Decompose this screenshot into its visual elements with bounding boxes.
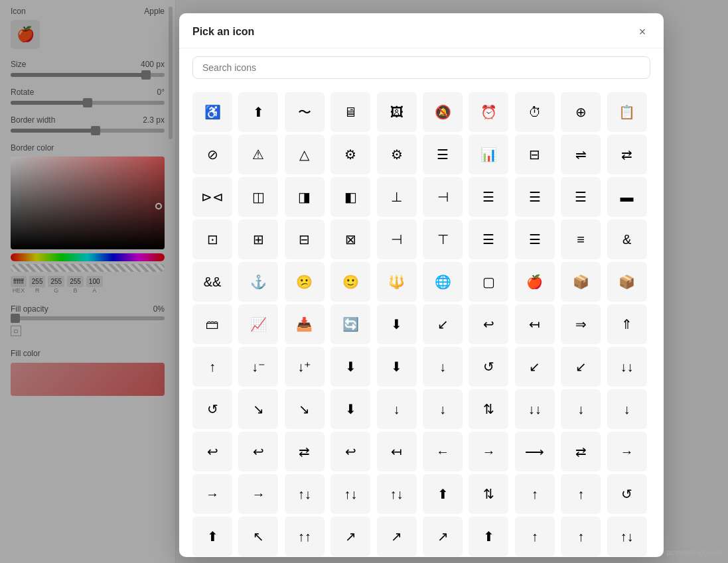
icon-cell[interactable]: 😕 bbox=[285, 262, 325, 302]
icon-cell[interactable]: 〜 bbox=[285, 92, 325, 132]
icon-cell[interactable]: ⇅ bbox=[469, 389, 508, 429]
icon-cell[interactable]: ↩ bbox=[192, 432, 232, 471]
icon-cell[interactable]: 📊 bbox=[469, 135, 508, 174]
close-button[interactable]: × bbox=[634, 24, 650, 40]
icon-cell[interactable]: && bbox=[192, 262, 232, 302]
icon-cell[interactable]: ⇄ bbox=[607, 135, 647, 174]
icon-cell[interactable]: ↓↓ bbox=[607, 347, 647, 387]
icon-cell[interactable]: ↗ bbox=[423, 517, 463, 556]
icon-cell[interactable]: ↓ bbox=[561, 389, 601, 429]
icon-cell[interactable]: ↙ bbox=[515, 347, 555, 387]
icon-cell[interactable]: ↓ bbox=[607, 389, 647, 429]
icon-cell[interactable]: ⬇ bbox=[330, 389, 370, 429]
icon-cell[interactable]: 🔕 bbox=[423, 92, 463, 132]
icon-cell[interactable]: ↑ bbox=[192, 347, 232, 387]
icon-cell[interactable]: ⬆ bbox=[238, 92, 278, 132]
icon-cell[interactable]: ⚙ bbox=[377, 135, 417, 174]
icon-cell[interactable]: ⊟ bbox=[515, 135, 555, 174]
icon-cell[interactable]: ☰ bbox=[423, 135, 463, 174]
icon-cell[interactable]: ◧ bbox=[330, 177, 370, 217]
icon-cell[interactable]: ⇒ bbox=[561, 304, 601, 344]
icon-cell[interactable]: ☰ bbox=[469, 219, 508, 259]
icon-cell[interactable]: ☰ bbox=[469, 177, 508, 217]
icon-cell[interactable]: ⊡ bbox=[192, 219, 232, 259]
icon-cell[interactable]: ⊥ bbox=[377, 177, 417, 217]
icon-cell[interactable]: & bbox=[607, 219, 647, 259]
icon-cell[interactable]: ↑↓ bbox=[607, 517, 647, 556]
icon-cell[interactable]: ↘ bbox=[238, 389, 278, 429]
icon-cell[interactable]: ⬇ bbox=[330, 347, 370, 387]
icon-cell[interactable]: ↑ bbox=[561, 517, 601, 556]
icon-cell[interactable]: ⏱ bbox=[515, 92, 555, 132]
icon-cell[interactable]: 🔱 bbox=[377, 262, 417, 302]
icon-cell[interactable]: ↓↓ bbox=[515, 389, 555, 429]
icon-cell[interactable]: ◫ bbox=[238, 177, 278, 217]
icon-cell[interactable]: → bbox=[192, 474, 232, 514]
icon-cell[interactable]: ↙ bbox=[423, 304, 463, 344]
icon-cell[interactable]: ⊳⊲ bbox=[192, 177, 232, 217]
icon-cell[interactable]: ↩ bbox=[238, 432, 278, 471]
icon-cell[interactable]: ↑↓ bbox=[330, 474, 370, 514]
icon-cell[interactable]: ↺ bbox=[192, 389, 232, 429]
icon-cell[interactable]: ⚓ bbox=[238, 262, 278, 302]
icon-cell[interactable]: ↓ bbox=[377, 389, 417, 429]
icon-cell[interactable]: ↤ bbox=[377, 432, 417, 471]
icon-cell[interactable]: → bbox=[607, 432, 647, 471]
icon-cell[interactable]: ⊟ bbox=[285, 219, 325, 259]
icon-cell[interactable]: ⚙ bbox=[330, 135, 370, 174]
icon-cell[interactable]: ↑ bbox=[515, 517, 555, 556]
icons-grid-container[interactable]: ♿⬆〜🖥🖼🔕⏰⏱⊕📋⊘⚠△⚙⚙☰📊⊟⇌⇄⊳⊲◫◨◧⊥⊣☰☰☰▬⊡⊞⊟⊠⊣⊤☰☰≡… bbox=[179, 87, 664, 557]
icon-cell[interactable]: ⇄ bbox=[561, 432, 601, 471]
icon-cell[interactable]: 🍎 bbox=[515, 262, 555, 302]
icon-cell[interactable]: ⬆ bbox=[192, 517, 232, 556]
icon-cell[interactable]: ↗ bbox=[330, 517, 370, 556]
icon-cell[interactable]: 🌐 bbox=[423, 262, 463, 302]
icon-cell[interactable]: 📋 bbox=[607, 92, 647, 132]
icon-cell[interactable]: ≡ bbox=[561, 219, 601, 259]
icon-cell[interactable]: ⇑ bbox=[607, 304, 647, 344]
icon-cell[interactable]: ⬆ bbox=[423, 474, 463, 514]
icon-cell[interactable]: ☰ bbox=[515, 219, 555, 259]
icon-cell[interactable]: ↑↓ bbox=[285, 474, 325, 514]
icon-cell[interactable]: ↑↑ bbox=[285, 517, 325, 556]
icon-cell[interactable]: 🔄 bbox=[330, 304, 370, 344]
icon-cell[interactable]: ⏰ bbox=[469, 92, 508, 132]
icon-cell[interactable]: 📈 bbox=[238, 304, 278, 344]
icon-cell[interactable]: → bbox=[238, 474, 278, 514]
icon-cell[interactable]: ⇌ bbox=[561, 135, 601, 174]
icon-cell[interactable]: ↺ bbox=[607, 474, 647, 514]
icon-cell[interactable]: ⬆ bbox=[469, 517, 508, 556]
icon-cell[interactable]: ⬇ bbox=[377, 347, 417, 387]
icon-cell[interactable]: ← bbox=[423, 432, 463, 471]
icon-cell[interactable]: ⚠ bbox=[238, 135, 278, 174]
icon-cell[interactable]: ↓ bbox=[423, 389, 463, 429]
icon-cell[interactable]: ⊣ bbox=[423, 177, 463, 217]
icon-cell[interactable]: ↓⁺ bbox=[285, 347, 325, 387]
icon-cell[interactable]: ↩ bbox=[469, 304, 508, 344]
icon-cell[interactable]: → bbox=[469, 432, 508, 471]
icon-cell[interactable]: ⊘ bbox=[192, 135, 232, 174]
icon-cell[interactable]: 📦 bbox=[607, 262, 647, 302]
icon-cell[interactable]: ↑ bbox=[515, 474, 555, 514]
icon-cell[interactable]: ⊠ bbox=[330, 219, 370, 259]
icon-cell[interactable]: 🗃 bbox=[192, 304, 232, 344]
icon-cell[interactable]: ♿ bbox=[192, 92, 232, 132]
icon-cell[interactable]: ⊕ bbox=[561, 92, 601, 132]
icon-cell[interactable]: ⊤ bbox=[423, 219, 463, 259]
icon-cell[interactable]: ↑ bbox=[561, 474, 601, 514]
icon-cell[interactable]: 📥 bbox=[285, 304, 325, 344]
icon-cell[interactable]: ⟶ bbox=[515, 432, 555, 471]
icon-cell[interactable]: ⇅ bbox=[469, 474, 508, 514]
icon-cell[interactable]: 📦 bbox=[561, 262, 601, 302]
icon-cell[interactable]: ⊞ bbox=[238, 219, 278, 259]
icon-cell[interactable]: ☰ bbox=[561, 177, 601, 217]
icon-cell[interactable]: 🖼 bbox=[377, 92, 417, 132]
icon-cell[interactable]: ↘ bbox=[285, 389, 325, 429]
icon-cell[interactable]: ↺ bbox=[469, 347, 508, 387]
icon-cell[interactable]: ↑↓ bbox=[377, 474, 417, 514]
icon-cell[interactable]: ⊣ bbox=[377, 219, 417, 259]
search-input[interactable] bbox=[192, 56, 650, 79]
icon-cell[interactable]: ☰ bbox=[515, 177, 555, 217]
icon-cell[interactable]: ⇄ bbox=[285, 432, 325, 471]
icon-cell[interactable]: ▢ bbox=[469, 262, 508, 302]
